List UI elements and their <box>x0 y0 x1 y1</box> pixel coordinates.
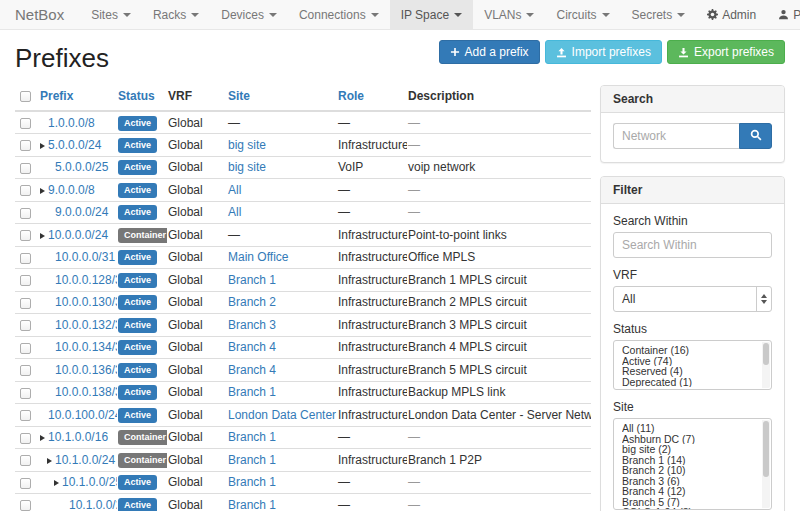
status-badge[interactable]: Active <box>118 385 157 400</box>
site-option[interactable]: big site (2) <box>622 444 759 455</box>
expand-arrow-icon[interactable] <box>54 480 59 486</box>
prefix-link[interactable]: 10.0.0.132/31 <box>55 318 117 332</box>
row-checkbox[interactable] <box>20 365 31 376</box>
status-badge[interactable]: Active <box>118 116 157 131</box>
site-link[interactable]: Branch 1 <box>228 273 276 287</box>
site-link[interactable]: big site <box>228 138 266 152</box>
row-checkbox[interactable] <box>20 208 31 219</box>
export-prefixes-button[interactable]: Export prefixes <box>667 40 785 64</box>
site-option[interactable]: Branch 2 (10) <box>622 465 759 476</box>
nav-item-connections[interactable]: Connections <box>288 0 390 29</box>
site-link[interactable]: Branch 1 <box>228 498 276 511</box>
row-checkbox[interactable] <box>20 433 31 444</box>
expand-arrow-icon[interactable] <box>40 188 45 194</box>
nav-item-sites[interactable]: Sites <box>80 0 142 29</box>
site-option[interactable]: Branch 4 (12) <box>622 486 759 497</box>
status-option[interactable]: Active (74) <box>622 356 759 367</box>
row-checkbox[interactable] <box>20 275 31 286</box>
nav-item-ip-space[interactable]: IP Space <box>390 0 473 29</box>
site-link[interactable]: Branch 1 <box>228 453 276 467</box>
expand-arrow-icon[interactable] <box>40 143 45 149</box>
status-badge[interactable]: Active <box>118 408 157 423</box>
site-option[interactable]: Branch 3 (6) <box>622 476 759 487</box>
site-link[interactable]: All <box>228 183 241 197</box>
import-prefixes-button[interactable]: Import prefixes <box>545 40 662 64</box>
status-scrollbar[interactable] <box>762 342 770 388</box>
prefix-link[interactable]: 10.1.0.0/26 <box>69 498 117 511</box>
row-checkbox[interactable] <box>20 455 31 466</box>
status-option[interactable]: Deprecated (1) <box>622 377 759 388</box>
site-option[interactable]: All (11) <box>622 423 759 434</box>
status-badge[interactable]: Active <box>118 250 157 265</box>
status-badge[interactable]: Active <box>118 273 157 288</box>
nav-item-racks[interactable]: Racks <box>142 0 210 29</box>
status-badge[interactable]: Active <box>118 138 157 153</box>
status-option[interactable]: Container (16) <box>622 345 759 356</box>
site-link[interactable]: Branch 1 <box>228 385 276 399</box>
prefix-link[interactable]: 10.1.0.0/25 <box>62 475 117 489</box>
site-option[interactable]: Branch 5 (7) <box>622 497 759 508</box>
prefix-link[interactable]: 10.0.0.134/31 <box>55 340 117 354</box>
status-badge[interactable]: Active <box>118 498 157 511</box>
prefix-link[interactable]: 10.0.0.138/31 <box>55 385 117 399</box>
search-button[interactable] <box>739 123 772 149</box>
prefix-link[interactable]: 10.0.0.0/31 <box>55 250 115 264</box>
row-checkbox[interactable] <box>20 140 31 151</box>
prefix-link[interactable]: 9.0.0.0/8 <box>48 183 95 197</box>
row-checkbox[interactable] <box>20 320 31 331</box>
search-input[interactable] <box>613 123 739 149</box>
prefix-link[interactable]: 10.0.100.0/24 <box>48 408 117 422</box>
site-link[interactable]: Main Office <box>228 250 288 264</box>
nav-item-vlans[interactable]: VLANs <box>473 0 545 29</box>
status-badge[interactable]: Active <box>118 340 157 355</box>
prefix-link[interactable]: 5.0.0.0/24 <box>48 138 101 152</box>
status-badge[interactable]: Container <box>118 430 167 445</box>
site-link[interactable]: Branch 4 <box>228 363 276 377</box>
prefix-link[interactable]: 10.1.0.0/24 <box>55 453 115 467</box>
nav-item-admin[interactable]: Admin <box>696 0 767 29</box>
prefix-link[interactable]: 9.0.0.0/24 <box>55 205 108 219</box>
prefix-link[interactable]: 5.0.0.0/25 <box>55 160 108 174</box>
app-brand[interactable]: NetBox <box>15 0 64 29</box>
site-scrollbar[interactable] <box>762 420 770 508</box>
prefix-link[interactable]: 10.0.0.128/31 <box>55 273 117 287</box>
status-badge[interactable]: Active <box>118 318 157 333</box>
vrf-select[interactable]: All <box>613 286 772 312</box>
row-checkbox[interactable] <box>20 410 31 421</box>
sort-link-prefix[interactable]: Prefix <box>40 89 73 103</box>
site-link[interactable]: Branch 4 <box>228 340 276 354</box>
row-checkbox[interactable] <box>20 118 31 129</box>
site-link[interactable]: London Data Center <box>228 408 336 422</box>
site-option[interactable]: Ashburn DC (7) <box>622 434 759 445</box>
nav-item-profile[interactable]: Profile <box>767 0 800 29</box>
prefix-link[interactable]: 10.1.0.0/16 <box>48 430 108 444</box>
prefix-link[interactable]: 10.0.0.130/31 <box>55 295 117 309</box>
sort-link-site[interactable]: Site <box>228 89 250 103</box>
row-checkbox[interactable] <box>20 230 31 241</box>
site-link[interactable]: All <box>228 205 241 219</box>
site-option[interactable]: Branch 1 (14) <box>622 455 759 466</box>
row-checkbox[interactable] <box>20 253 31 264</box>
status-multiselect[interactable]: Container (16)Active (74)Reserved (4)Dep… <box>613 340 772 390</box>
nav-item-devices[interactable]: Devices <box>210 0 288 29</box>
status-badge[interactable]: Active <box>118 475 157 490</box>
row-checkbox[interactable] <box>20 388 31 399</box>
row-checkbox[interactable] <box>20 478 31 489</box>
status-badge[interactable]: Active <box>118 183 157 198</box>
site-option[interactable]: COLO-1-24 (3) <box>622 507 759 510</box>
site-link[interactable]: Branch 1 <box>228 430 276 444</box>
expand-arrow-icon[interactable] <box>40 435 45 441</box>
select-all-checkbox[interactable] <box>20 91 31 102</box>
sort-link-status[interactable]: Status <box>118 89 155 103</box>
status-badge[interactable]: Container <box>118 228 167 243</box>
row-checkbox[interactable] <box>20 343 31 354</box>
add-a-prefix-button[interactable]: Add a prefix <box>439 40 540 64</box>
status-badge[interactable]: Container <box>118 453 167 468</box>
status-badge[interactable]: Active <box>118 363 157 378</box>
status-badge[interactable]: Active <box>118 205 157 220</box>
site-link[interactable]: big site <box>228 160 266 174</box>
site-link[interactable]: Branch 3 <box>228 318 276 332</box>
status-badge[interactable]: Active <box>118 295 157 310</box>
site-link[interactable]: Branch 2 <box>228 295 276 309</box>
search-within-input[interactable] <box>613 232 772 258</box>
